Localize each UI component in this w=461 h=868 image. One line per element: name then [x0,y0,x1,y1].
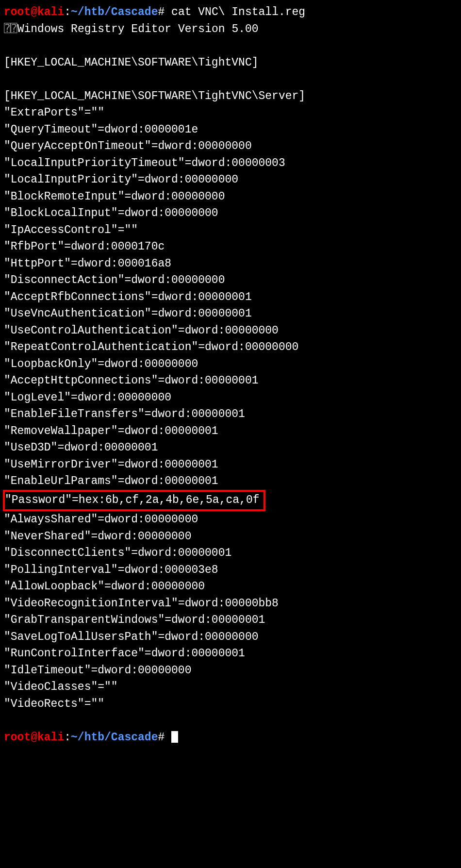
command-text: cat VNC\ Install.reg [165,6,305,18]
output-line: "SaveLogToAllUsersPath"=dword:00000000 [4,629,457,646]
prompt-line-1: root@kali:~/htb/Cascade# cat VNC\ Instal… [4,4,457,21]
output-line: "PollingInterval"=dword:000003e8 [4,562,457,579]
output-line: "UseMirrorDriver"=dword:00000001 [4,456,457,473]
blank-line [4,37,457,54]
garbled-chars: ⍰⍰ [4,23,17,35]
output-line: "VideoRects"="" [4,696,457,713]
output-text: Windows Registry Editor Version 5.00 [17,23,259,35]
output-line: "LocalInputPriority"=dword:00000000 [4,171,457,188]
output-line: "HttpPort"=dword:000016a8 [4,255,457,272]
output-line: "EnableUrlParams"=dword:00000001 [4,473,457,490]
output-line: "AllowLoopback"=dword:00000000 [4,578,457,595]
output-line: "UseControlAuthentication"=dword:0000000… [4,322,457,339]
output-line: "DisconnectClients"=dword:00000001 [4,545,457,562]
output-line: "RemoveWallpaper"=dword:00000001 [4,423,457,440]
output-line: [HKEY_LOCAL_MACHINE\SOFTWARE\TightVNC] [4,54,457,71]
prompt-path: ~/htb/Cascade [71,731,158,744]
prompt-user: root@kali [4,731,64,744]
output-line: "AcceptRfbConnections"=dword:00000001 [4,289,457,306]
prompt-colon: : [64,731,71,744]
terminal-window[interactable]: root@kali:~/htb/Cascade# cat VNC\ Instal… [4,4,457,746]
output-line: "RepeatControlAuthentication"=dword:0000… [4,339,457,356]
prompt-colon: : [64,6,71,18]
output-line: "LogLevel"=dword:00000000 [4,389,457,406]
output-line: "AcceptHttpConnections"=dword:00000001 [4,372,457,389]
output-line: "UseD3D"=dword:00000001 [4,439,457,456]
output-line: "QueryAcceptOnTimeout"=dword:00000000 [4,138,457,155]
output-line: "LoopbackOnly"=dword:00000000 [4,356,457,373]
output-line: "VideoClasses"="" [4,679,457,696]
cursor-icon [171,731,178,743]
blank-line [4,712,457,729]
output-line: "NeverShared"=dword:00000000 [4,528,457,545]
password-highlight-box: "Password"=hex:6b,cf,2a,4b,6e,5a,ca,0f [3,490,265,512]
prompt-hash: # [158,6,165,18]
output-line: "AlwaysShared"=dword:00000000 [4,511,457,528]
output-line: "BlockRemoteInput"=dword:00000000 [4,188,457,205]
output-line: "IpAccessControl"="" [4,222,457,239]
output-line-0: ⍰⍰Windows Registry Editor Version 5.00 [4,21,457,38]
highlighted-password-line: "Password"=hex:6b,cf,2a,4b,6e,5a,ca,0f [4,490,457,512]
prompt-hash: # [158,731,165,744]
output-line: "VideoRecognitionInterval"=dword:00000bb… [4,595,457,612]
output-line: "ExtraPorts"="" [4,104,457,121]
output-line: "IdleTimeout"=dword:00000000 [4,662,457,679]
output-line: "LocalInputPriorityTimeout"=dword:000000… [4,155,457,172]
output-line: "RunControlInterface"=dword:00000001 [4,645,457,662]
output-line: "QueryTimeout"=dword:0000001e [4,121,457,138]
blank-line [4,71,457,88]
output-line: "EnableFileTransfers"=dword:00000001 [4,406,457,423]
output-line: "RfbPort"=dword:0000170c [4,238,457,255]
output-line: "DisconnectAction"=dword:00000000 [4,272,457,289]
output-line: "BlockLocalInput"=dword:00000000 [4,205,457,222]
prompt-path: ~/htb/Cascade [71,6,158,18]
output-line: "UseVncAuthentication"=dword:00000001 [4,305,457,322]
output-line: "GrabTransparentWindows"=dword:00000001 [4,612,457,629]
prompt-line-2[interactable]: root@kali:~/htb/Cascade# [4,729,457,746]
prompt-user: root@kali [4,6,64,18]
output-line: [HKEY_LOCAL_MACHINE\SOFTWARE\TightVNC\Se… [4,88,457,105]
